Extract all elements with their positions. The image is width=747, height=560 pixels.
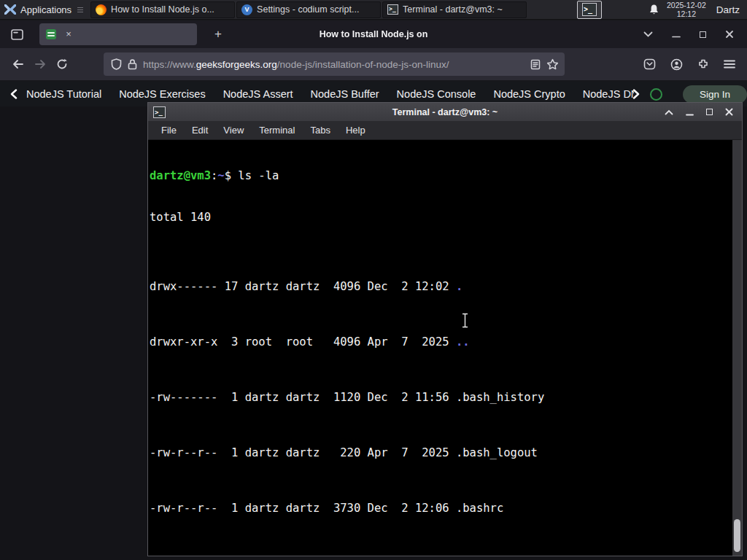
nav-scroll-left-icon[interactable] [10, 89, 18, 99]
desktop: Applications How to Install Node.js o...… [0, 0, 747, 560]
lock-icon[interactable] [128, 58, 137, 70]
panel-username[interactable]: Dartz [713, 4, 740, 15]
reader-mode-icon[interactable] [530, 59, 541, 70]
terminal-row: -rw------- 1 dartz dartz 1120 Dec 2 11:5… [150, 391, 742, 405]
terminal-row: drwx------ 17 dartz dartz 4096 Dec 2 12:… [150, 280, 742, 294]
site-nav-link[interactable]: NodeJS Buffer [311, 88, 379, 100]
prompt-line: dartz@vm3:~$ ls -la [150, 169, 742, 183]
tab-title: How to Install Node.js on [0, 29, 747, 39]
terminal-title: Terminal - dartz@vm3: ~ [148, 107, 742, 117]
menu-tabs[interactable]: Tabs [310, 125, 330, 136]
scrollbar-thumb[interactable] [734, 519, 740, 552]
save-to-pocket-icon[interactable] [643, 58, 656, 70]
reload-button[interactable] [51, 53, 73, 75]
hamburger-menu-icon[interactable] [724, 60, 735, 69]
terminal-title-bar[interactable]: >_ Terminal - dartz@vm3: ~ [148, 103, 742, 121]
clock-time: 12:12 [667, 9, 706, 18]
site-nav-link[interactable]: NodeJS DNS [583, 88, 634, 100]
extensions-icon[interactable] [697, 58, 709, 70]
terminal-window: >_ Terminal - dartz@vm3: ~ File Edit Vie… [147, 102, 743, 556]
browser-toolbar: https://www.geeksforgeeks.org/node-js/in… [0, 48, 747, 81]
taskbar-item-vscodium[interactable]: V Settings - codium script... [236, 1, 381, 18]
xfce-logo-icon [4, 4, 16, 15]
top-panel: Applications How to Install Node.js o...… [0, 0, 747, 20]
vscodium-icon: V [241, 4, 252, 15]
reload-icon [56, 58, 68, 70]
mouse-ibeam-cursor [462, 313, 468, 328]
total-line: total 140 [150, 211, 742, 225]
minimize-window-icon[interactable] [686, 109, 694, 116]
site-nav-link[interactable]: NodeJS Console [397, 88, 476, 100]
terminal-icon: >_ [387, 4, 398, 15]
bookmark-star-icon[interactable] [546, 58, 559, 70]
applications-label: Applications [20, 4, 71, 15]
back-arrow-icon [12, 59, 24, 69]
site-nav-link[interactable]: NodeJS Crypto [493, 88, 565, 100]
terminal-scrollbar[interactable] [732, 140, 742, 556]
terminal-output[interactable]: dartz@vm3:~$ ls -la total 140 drwx------… [148, 140, 742, 556]
terminal-menu-bar: File Edit View Terminal Tabs Help [148, 121, 742, 140]
browser-tab-active[interactable]: How to Install Node.js on × [39, 23, 197, 45]
terminal-icon: >_ [582, 3, 597, 16]
url-bar[interactable]: https://www.geeksforgeeks.org/node-js/in… [104, 52, 565, 76]
browser-tab-bar: How to Install Node.js on × + [0, 20, 747, 48]
forward-arrow-icon [34, 59, 46, 69]
search-icon[interactable] [650, 88, 662, 101]
panel-clock[interactable]: 2025-12-02 12:12 [667, 1, 706, 18]
account-icon[interactable] [670, 58, 683, 71]
clock-date: 2025-12-02 [667, 1, 706, 9]
forward-button[interactable] [29, 53, 51, 75]
menu-edit[interactable]: Edit [192, 125, 208, 136]
sign-in-button[interactable]: Sign In [683, 85, 747, 104]
site-nav-link[interactable]: NodeJS Tutorial [26, 88, 101, 100]
taskbar-item-firefox[interactable]: How to Install Node.js o... [90, 1, 235, 18]
panel-launcher-terminal[interactable]: >_ [577, 1, 602, 19]
menu-file[interactable]: File [161, 125, 177, 136]
nav-scroll-right-icon[interactable] [632, 89, 640, 99]
menu-view[interactable]: View [223, 125, 244, 136]
taskbar-item-terminal[interactable]: >_ Terminal - dartz@vm3: ~ [382, 1, 527, 18]
terminal-row: drwxr-xr-x 3 root root 4096 Apr 7 2025 .… [150, 335, 742, 349]
site-nav-links: NodeJS TutorialNodeJS ExercisesNodeJS As… [26, 88, 634, 100]
menu-grip-icon [77, 7, 83, 12]
url-text[interactable]: https://www.geeksforgeeks.org/node-js/in… [143, 59, 525, 70]
file-listing: drwx------ 17 dartz dartz 4096 Dec 2 12:… [150, 252, 742, 556]
maximize-window-icon[interactable] [706, 109, 713, 115]
menu-terminal[interactable]: Terminal [259, 125, 295, 136]
close-window-icon[interactable] [725, 108, 733, 116]
site-nav-link[interactable]: NodeJS Assert [223, 88, 293, 100]
notification-bell-icon[interactable] [649, 4, 659, 15]
shade-window-icon[interactable] [665, 109, 673, 115]
terminal-row: -rw-r--r-- 1 dartz dartz 220 Apr 7 2025 … [150, 446, 742, 460]
firefox-icon [96, 4, 107, 15]
tracking-shield-icon[interactable] [111, 58, 122, 70]
site-nav-link[interactable]: NodeJS Exercises [119, 88, 205, 100]
system-tray: 2025-12-02 12:12 Dartz [649, 1, 747, 18]
terminal-row: -rw-r--r-- 1 dartz dartz 3730 Dec 2 12:0… [150, 502, 742, 516]
menu-help[interactable]: Help [346, 125, 365, 136]
applications-menu[interactable]: Applications [0, 0, 90, 20]
back-button[interactable] [7, 53, 29, 75]
